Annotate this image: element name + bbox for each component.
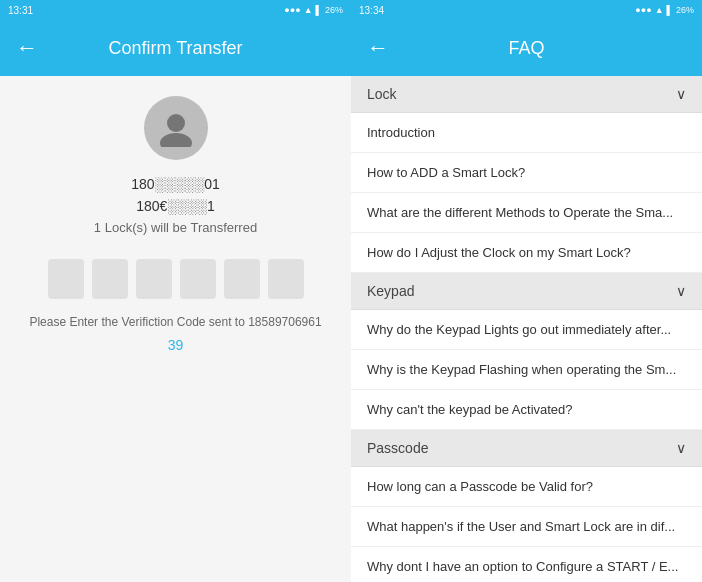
faq-item-passcode-1[interactable]: What happen's if the User and Smart Lock… xyxy=(351,507,702,547)
left-time: 13:31 xyxy=(8,5,33,16)
left-header-title: Confirm Transfer xyxy=(0,38,351,59)
left-panel: 13:31 ●●● ▲ ▌ 26% ← Confirm Transfer 180… xyxy=(0,0,351,582)
left-status-bar: 13:31 ●●● ▲ ▌ 26% xyxy=(0,0,351,20)
faq-item-keypad-2[interactable]: Why can't the keypad be Activated? xyxy=(351,390,702,430)
faq-section-label-keypad: Keypad xyxy=(367,283,414,299)
svg-point-0 xyxy=(167,114,185,132)
chevron-icon-passcode: ∨ xyxy=(676,440,686,456)
faq-list: Lock∨IntroductionHow to ADD a Smart Lock… xyxy=(351,76,702,582)
right-wifi-icon: ▲ xyxy=(655,5,664,15)
faq-item-keypad-1[interactable]: Why is the Keypad Flashing when operatin… xyxy=(351,350,702,390)
faq-item-lock-3[interactable]: How do I Adjust the Clock on my Smart Lo… xyxy=(351,233,702,273)
avatar xyxy=(144,96,208,160)
code-box-2[interactable] xyxy=(92,259,128,299)
code-box-5[interactable] xyxy=(224,259,260,299)
right-battery-icon: ▌ xyxy=(667,5,673,15)
faq-item-keypad-0[interactable]: Why do the Keypad Lights go out immediat… xyxy=(351,310,702,350)
battery-icon: ▌ xyxy=(316,5,322,15)
chevron-icon-keypad: ∨ xyxy=(676,283,686,299)
right-status-bar: 13:34 ●●● ▲ ▌ 26% xyxy=(351,0,702,20)
faq-item-passcode-0[interactable]: How long can a Passcode be Valid for? xyxy=(351,467,702,507)
faq-section-label-passcode: Passcode xyxy=(367,440,428,456)
faq-item-lock-2[interactable]: What are the different Methods to Operat… xyxy=(351,193,702,233)
code-box-3[interactable] xyxy=(136,259,172,299)
user-id-2: 180€░░░░1 xyxy=(136,198,215,214)
code-box-6[interactable] xyxy=(268,259,304,299)
signal-icon: ●●● xyxy=(284,5,300,15)
left-status-icons: ●●● ▲ ▌ 26% xyxy=(284,5,343,15)
right-header-title: FAQ xyxy=(351,38,702,59)
faq-item-lock-1[interactable]: How to ADD a Smart Lock? xyxy=(351,153,702,193)
right-status-icons: ●●● ▲ ▌ 26% xyxy=(635,5,694,15)
verification-text: Please Enter the Verifiction Code sent t… xyxy=(29,315,321,329)
left-back-button[interactable]: ← xyxy=(16,35,38,61)
avatar-icon xyxy=(157,109,195,147)
code-box-4[interactable] xyxy=(180,259,216,299)
faq-section-lock[interactable]: Lock∨ xyxy=(351,76,702,113)
faq-item-lock-0[interactable]: Introduction xyxy=(351,113,702,153)
faq-item-passcode-2[interactable]: Why dont I have an option to Configure a… xyxy=(351,547,702,582)
left-header: ← Confirm Transfer xyxy=(0,20,351,76)
right-time: 13:34 xyxy=(359,5,384,16)
chevron-icon-lock: ∨ xyxy=(676,86,686,102)
right-panel: 13:34 ●●● ▲ ▌ 26% ← FAQ Lock∨Introductio… xyxy=(351,0,702,582)
faq-section-keypad[interactable]: Keypad∨ xyxy=(351,273,702,310)
faq-section-label-lock: Lock xyxy=(367,86,397,102)
right-back-button[interactable]: ← xyxy=(367,35,389,61)
left-content: 180░░░░░01 180€░░░░1 1 Lock(s) will be T… xyxy=(0,76,351,582)
transfer-label: 1 Lock(s) will be Transferred xyxy=(94,220,257,235)
code-box-1[interactable] xyxy=(48,259,84,299)
battery-pct: 26% xyxy=(325,5,343,15)
right-battery-pct: 26% xyxy=(676,5,694,15)
verification-code-boxes xyxy=(48,259,304,299)
svg-point-1 xyxy=(160,133,192,147)
countdown-timer: 39 xyxy=(168,337,184,353)
user-id-1: 180░░░░░01 xyxy=(131,176,220,192)
right-signal-icon: ●●● xyxy=(635,5,651,15)
right-header: ← FAQ xyxy=(351,20,702,76)
wifi-icon: ▲ xyxy=(304,5,313,15)
faq-section-passcode[interactable]: Passcode∨ xyxy=(351,430,702,467)
